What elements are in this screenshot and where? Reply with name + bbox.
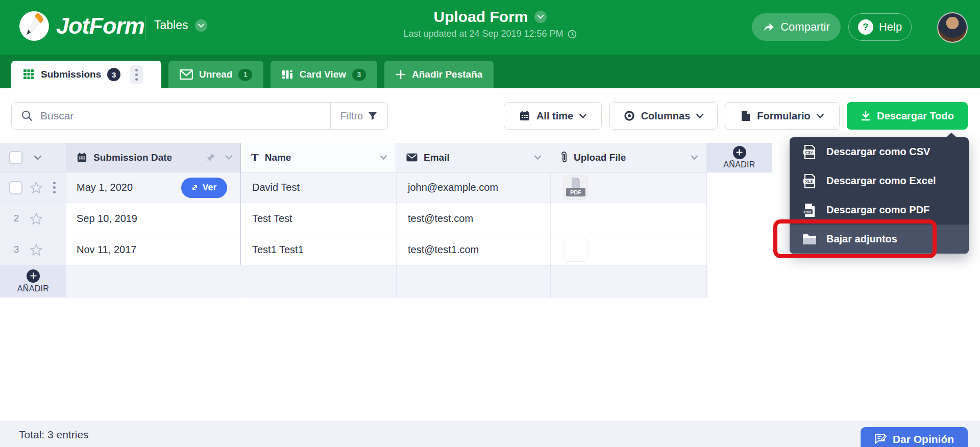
csv-file-icon: CSV xyxy=(802,144,817,160)
cell-name[interactable]: Test1 Test1 xyxy=(241,234,396,265)
select-all-checkbox[interactable] xyxy=(9,151,22,164)
columns-label: Columnas xyxy=(641,110,691,122)
tab-add-new[interactable]: Añadir Pestaña xyxy=(384,61,494,88)
user-avatar[interactable] xyxy=(937,12,968,43)
date-range-filter-button[interactable]: All time xyxy=(504,102,602,130)
date-range-label: All time xyxy=(536,110,573,122)
help-button[interactable]: ? Help xyxy=(848,13,912,41)
cell-email[interactable]: john@example.com xyxy=(396,172,550,203)
plus-icon xyxy=(396,69,406,80)
menu-item-label: Descargar como CSV xyxy=(826,146,930,158)
row-kebab-icon[interactable] xyxy=(53,182,56,193)
row-handle xyxy=(0,172,66,203)
eye-icon xyxy=(624,110,635,121)
document-icon xyxy=(741,110,751,122)
column-label: Upload File xyxy=(574,152,626,163)
xls-file-icon: XLS xyxy=(802,173,817,189)
cell-email[interactable]: test@test1.com xyxy=(396,234,550,265)
add-row-button[interactable]: AÑADIR xyxy=(0,265,66,297)
share-label: Compartir xyxy=(780,20,830,34)
calendar-icon xyxy=(519,110,530,121)
chevron-down-icon[interactable] xyxy=(34,155,42,160)
file-type-badge: PDF xyxy=(566,188,585,196)
form-title-dropdown[interactable]: Upload Form xyxy=(434,8,547,26)
chevron-down-icon[interactable] xyxy=(225,155,233,160)
cell-name[interactable]: Test Test xyxy=(241,203,396,234)
share-button[interactable]: Compartir xyxy=(752,13,841,41)
cell-submission-date[interactable]: Nov 11, 2017 xyxy=(66,234,241,265)
menu-item-label: Descargar como PDF xyxy=(826,204,929,216)
card-view-icon xyxy=(282,69,293,80)
menu-item-download-excel[interactable]: XLS Descargar como Excel xyxy=(790,166,969,195)
cell-upload-file[interactable]: PDF xyxy=(550,172,707,203)
column-header-name[interactable]: T Name xyxy=(241,143,396,172)
tab-submissions[interactable]: Submissions 3 xyxy=(11,61,161,88)
form-button[interactable]: Formulario xyxy=(725,102,840,130)
pdf-file-icon: PDF xyxy=(802,203,817,218)
menu-item-download-attachments[interactable]: Bajar adjuntos xyxy=(790,225,969,254)
download-all-button[interactable]: Descargar Todo xyxy=(847,102,968,130)
view-label: Ver xyxy=(202,182,216,193)
calendar-icon xyxy=(77,152,87,163)
app-header: JotForm Tables Upload Form Last updated … xyxy=(0,0,980,55)
row-checkbox[interactable] xyxy=(9,181,22,194)
search-icon xyxy=(21,110,33,122)
column-header-email[interactable]: Email xyxy=(396,143,550,172)
tab-label: Card View xyxy=(299,69,346,80)
add-column-button[interactable]: AÑADIR xyxy=(707,143,772,172)
cell-value: Sep 10, 2019 xyxy=(77,213,137,225)
folder-icon xyxy=(802,232,817,247)
envelope-icon xyxy=(406,153,418,162)
star-icon[interactable] xyxy=(30,212,43,225)
chevron-down-icon xyxy=(696,114,703,118)
table-row[interactable]: 2 Sep 10, 2019 Test Test test@test.com xyxy=(0,203,707,234)
chevron-down-icon[interactable] xyxy=(534,155,542,160)
new-row-placeholder[interactable] xyxy=(66,265,707,297)
menu-item-download-pdf[interactable]: PDF Descargar como PDF xyxy=(790,195,969,225)
row-handle: 2 xyxy=(0,203,66,234)
columns-button[interactable]: Columnas xyxy=(609,102,718,130)
pdf-file-thumbnail[interactable]: PDF xyxy=(564,176,588,200)
table-row[interactable]: May 1, 2020 Ver David Test john@example.… xyxy=(0,172,707,203)
header-divider xyxy=(919,9,919,46)
add-column-label: AÑADIR xyxy=(723,160,755,169)
tab-count-badge: 1 xyxy=(238,69,252,81)
view-submission-button[interactable]: Ver xyxy=(181,178,227,198)
tab-unread[interactable]: Unread 1 xyxy=(168,61,263,88)
chevron-down-icon[interactable] xyxy=(380,155,387,160)
clock-icon xyxy=(568,30,577,39)
filter-button[interactable]: Filtro xyxy=(330,103,387,129)
table-toolbar: Filtro All time Columnas Formular xyxy=(0,88,980,143)
text-icon: T xyxy=(251,151,259,164)
cell-upload-file[interactable] xyxy=(550,234,707,265)
cell-submission-date[interactable]: Sep 10, 2019 xyxy=(66,203,241,234)
search-input[interactable] xyxy=(40,110,330,122)
cell-value: john@example.com xyxy=(408,182,498,193)
empty-file-thumbnail[interactable] xyxy=(564,238,588,262)
cell-value: test@test.com xyxy=(408,213,473,225)
feedback-button[interactable]: Dar Opinión xyxy=(861,427,968,447)
star-icon[interactable] xyxy=(30,181,43,194)
menu-item-download-csv[interactable]: CSV Descargar como CSV xyxy=(790,137,969,166)
pin-icon[interactable] xyxy=(206,153,216,163)
column-header-upload-file[interactable]: Upload File xyxy=(550,143,707,172)
total-entries-label: Total: 3 entries xyxy=(19,429,89,441)
cell-value: Nov 11, 2017 xyxy=(77,244,137,256)
column-header-submission-date[interactable]: Submission Date xyxy=(66,143,241,172)
tab-card-view[interactable]: Card View 3 xyxy=(271,61,377,88)
help-label: Help xyxy=(879,20,902,34)
tab-options-kebab-icon[interactable] xyxy=(130,65,143,84)
star-icon[interactable] xyxy=(30,243,43,256)
cell-value: Test1 Test1 xyxy=(252,244,304,256)
cell-submission-date[interactable]: May 1, 2020 Ver xyxy=(66,172,241,203)
svg-text:PDF: PDF xyxy=(804,209,812,214)
chevron-down-icon[interactable] xyxy=(691,155,698,160)
cell-name[interactable]: David Test xyxy=(241,172,396,203)
cell-upload-file[interactable] xyxy=(550,203,707,234)
row-handle: 3 xyxy=(0,234,66,265)
feedback-icon xyxy=(874,434,887,445)
cell-email[interactable]: test@test.com xyxy=(396,203,550,234)
tab-count-badge: 3 xyxy=(352,69,366,81)
table-row[interactable]: 3 Nov 11, 2017 Test1 Test1 test@test1.co… xyxy=(0,234,707,265)
cell-value: test@test1.com xyxy=(408,244,479,256)
